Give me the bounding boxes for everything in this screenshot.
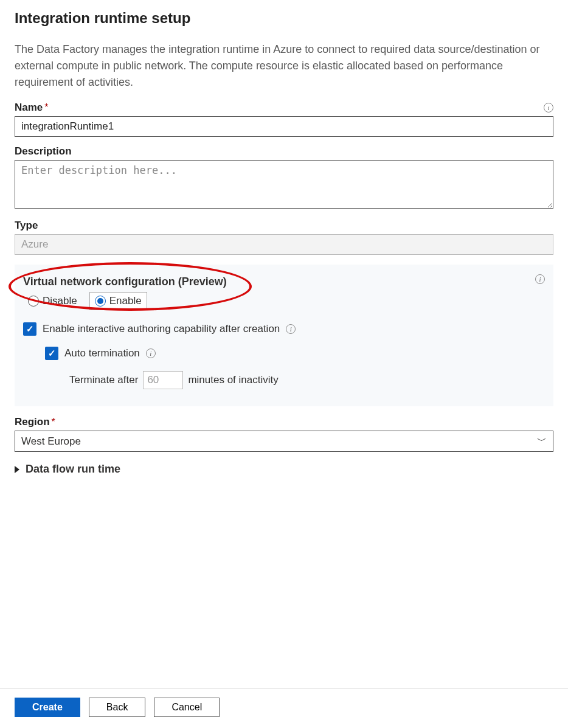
required-asterisk: * <box>44 102 48 113</box>
vnet-panel: i Virtual network configuration (Preview… <box>15 265 553 406</box>
vnet-enable-label: Enable <box>109 295 142 307</box>
cancel-button[interactable]: Cancel <box>154 698 220 717</box>
terminate-after-prefix: Terminate after <box>69 374 138 386</box>
radio-off-icon <box>28 296 39 307</box>
interactive-auth-label: Enable interactive authoring capability … <box>43 323 280 335</box>
back-button[interactable]: Back <box>89 698 146 717</box>
vnet-enable-radio[interactable]: Enable <box>89 292 147 310</box>
terminate-after-row: Terminate after minutes of inactivity <box>69 371 545 389</box>
vnet-heading: Virtual network configuration (Preview) <box>23 276 545 288</box>
vnet-disable-label: Disable <box>43 295 77 307</box>
info-icon[interactable]: i <box>146 348 156 358</box>
info-icon[interactable]: i <box>535 274 545 284</box>
page-description: The Data Factory manages the integration… <box>15 41 553 91</box>
terminate-after-suffix: minutes of inactivity <box>188 374 278 386</box>
chevron-down-icon: ﹀ <box>537 435 547 448</box>
type-input <box>15 234 553 255</box>
region-select[interactable]: West Europe ﹀ <box>15 431 553 452</box>
auto-termination-checkbox-row[interactable]: ✓ Auto termination i <box>45 347 545 360</box>
info-icon[interactable]: i <box>286 324 296 334</box>
create-button[interactable]: Create <box>15 698 80 717</box>
page-title: Integration runtime setup <box>15 10 553 27</box>
description-label: Description <box>15 145 72 158</box>
required-asterisk: * <box>52 417 55 427</box>
checkbox-checked-icon: ✓ <box>45 347 58 360</box>
name-input[interactable] <box>15 116 553 137</box>
auto-termination-label: Auto termination <box>64 347 140 359</box>
interactive-auth-checkbox-row[interactable]: ✓ Enable interactive authoring capabilit… <box>23 322 545 336</box>
checkbox-checked-icon: ✓ <box>23 322 36 336</box>
vnet-radio-group: Disable Enable <box>23 292 545 310</box>
radio-on-icon <box>95 296 106 307</box>
triangle-right-icon <box>15 466 19 473</box>
terminate-after-input[interactable] <box>143 371 183 389</box>
dataflow-runtime-label: Data flow run time <box>26 463 120 476</box>
region-value: West Europe <box>21 435 81 448</box>
name-label: Name <box>15 102 43 113</box>
region-label: Region <box>15 416 50 428</box>
type-label: Type <box>15 220 38 232</box>
vnet-disable-radio[interactable]: Disable <box>23 293 82 310</box>
description-input[interactable] <box>15 160 553 209</box>
dataflow-runtime-toggle[interactable]: Data flow run time <box>15 463 553 476</box>
info-icon[interactable]: i <box>544 103 553 113</box>
footer-bar: Create Back Cancel <box>0 688 568 728</box>
